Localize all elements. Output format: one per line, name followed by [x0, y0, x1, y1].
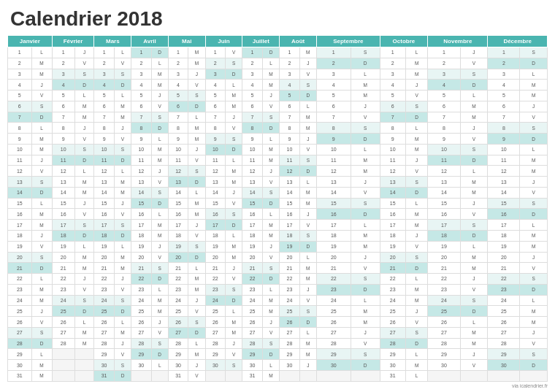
- day-letter: D: [520, 360, 548, 371]
- day-letter: J: [405, 80, 427, 91]
- day-letter: V: [520, 187, 548, 198]
- day-num: 27: [428, 327, 460, 338]
- day-letter: J: [460, 349, 488, 360]
- day-num: 17: [52, 220, 74, 231]
- day-num: 29: [380, 349, 405, 360]
- day-num: 9: [94, 134, 114, 145]
- day-num: 27: [488, 327, 520, 338]
- day-num: 12: [488, 166, 520, 177]
- day-letter: D: [460, 80, 488, 91]
- day-letter: V: [114, 134, 131, 145]
- day-letter: D: [520, 134, 548, 145]
- day-letter: M: [31, 58, 52, 69]
- day-letter: M: [351, 166, 380, 177]
- month-nov: Novembre: [428, 36, 488, 47]
- day-num: 5: [131, 91, 151, 101]
- day-letter: V: [114, 284, 131, 295]
- day-letter: L: [188, 187, 205, 198]
- day-num: 7: [94, 112, 114, 123]
- day-num: 17: [94, 220, 114, 231]
- day-num: 6: [52, 101, 74, 112]
- day-letter: J: [225, 112, 242, 123]
- day-letter: M: [299, 338, 316, 349]
- day-num: 11: [168, 155, 188, 166]
- day-num: 25: [280, 306, 299, 317]
- day-num: 19: [94, 241, 114, 252]
- day-letter: V: [460, 209, 488, 220]
- day-letter: S: [520, 47, 548, 58]
- day-letter: J: [520, 327, 548, 338]
- day-num: 17: [428, 220, 460, 231]
- day-num: 22: [242, 274, 262, 285]
- day-num: 26: [52, 317, 74, 328]
- day-letter: [74, 349, 94, 360]
- day-num: 6: [168, 101, 188, 112]
- day-num: 22: [8, 274, 32, 285]
- day-num: 18: [488, 231, 520, 242]
- day-num: 3: [8, 69, 32, 80]
- day-num: 7: [380, 112, 405, 123]
- day-letter: L: [151, 209, 168, 220]
- day-num: 24: [317, 295, 351, 306]
- day-num: 4: [280, 80, 299, 91]
- day-letter: [520, 370, 548, 381]
- day-num: 14: [242, 187, 262, 198]
- table-row: 6S6M6M6V6D6M6V6L6J6S6M6J: [8, 101, 548, 112]
- day-letter: M: [74, 252, 94, 263]
- day-num: 26: [280, 317, 299, 328]
- day-num: 15: [242, 198, 262, 209]
- day-num: 23: [488, 284, 520, 295]
- day-num: 25: [52, 306, 74, 317]
- day-num: 21: [428, 263, 460, 274]
- day-letter: D: [405, 263, 427, 274]
- day-letter: L: [262, 284, 280, 295]
- day-letter: L: [225, 231, 242, 242]
- day-letter: V: [151, 327, 168, 338]
- day-letter: M: [262, 231, 280, 242]
- day-letter: J: [151, 241, 168, 252]
- day-num: 5: [168, 91, 188, 101]
- day-letter: J: [460, 198, 488, 209]
- day-num: 19: [168, 241, 188, 252]
- day-letter: M: [74, 101, 94, 112]
- day-num: 28: [317, 338, 351, 349]
- day-letter: M: [188, 209, 205, 220]
- page: Calendrier 2018 Janvier Février Mars Avr…: [0, 0, 555, 392]
- month-oct: Octobre: [380, 36, 428, 47]
- table-row: 1L1J1L1D1M1V1D1M1S1L1J1S: [8, 47, 548, 58]
- day-letter: [460, 370, 488, 381]
- day-num: 13: [317, 177, 351, 188]
- day-letter: D: [114, 155, 131, 166]
- day-letter: L: [188, 263, 205, 274]
- table-row: 16M16V16V16L16M16S16L16J16D16M16V16D: [8, 209, 548, 220]
- day-num: 20: [380, 252, 405, 263]
- day-num: 17: [205, 220, 225, 231]
- day-letter: S: [520, 274, 548, 285]
- day-num: 26: [488, 317, 520, 328]
- day-num: 11: [8, 155, 32, 166]
- day-num: 4: [380, 80, 405, 91]
- day-letter: V: [31, 317, 52, 328]
- day-num: 30: [242, 360, 262, 371]
- day-num: 3: [205, 69, 225, 80]
- day-num: 21: [52, 263, 74, 274]
- day-num: 8: [280, 123, 299, 134]
- day-num: 14: [428, 187, 460, 198]
- day-num: 30: [280, 360, 299, 371]
- day-letter: L: [31, 123, 52, 134]
- day-letter: D: [460, 231, 488, 242]
- day-num: 13: [205, 177, 225, 188]
- day-letter: V: [299, 220, 316, 231]
- day-num: 16: [52, 209, 74, 220]
- day-num: 25: [380, 306, 405, 317]
- day-num: 7: [242, 112, 262, 123]
- day-letter: L: [114, 317, 131, 328]
- day-num: 21: [94, 263, 114, 274]
- day-num: 25: [428, 306, 460, 317]
- day-letter: D: [299, 91, 316, 101]
- day-num: 27: [205, 327, 225, 338]
- day-num: 10: [8, 144, 32, 155]
- table-row: 29L29V29D29M29V29D29M29S29L29J29S: [8, 349, 548, 360]
- day-letter: V: [188, 155, 205, 166]
- day-letter: D: [351, 360, 380, 371]
